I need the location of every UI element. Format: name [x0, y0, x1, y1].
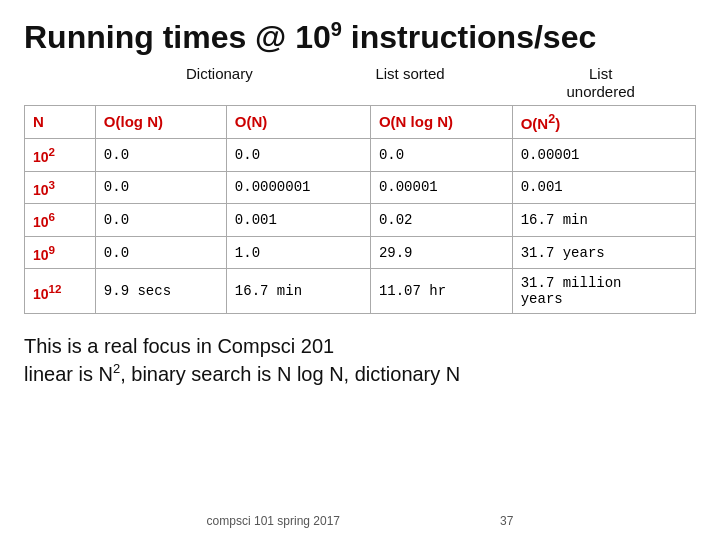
slide-title: Running times @ 109 instructions/sec: [24, 18, 696, 55]
cell-n-4: 109: [25, 236, 96, 269]
th-onlogn: O(N log N): [370, 105, 512, 138]
slide-course-info: compsci 101 spring 2017: [207, 514, 340, 528]
cell-onlogn-1: 0.0: [370, 138, 512, 171]
cell-on2-5: 31.7 millionyears: [512, 269, 695, 314]
cell-onlogn-5: 11.07 hr: [370, 269, 512, 314]
table-row: 103 0.0 0.0000001 0.00001 0.001: [25, 171, 696, 204]
footer-text: This is a real focus in Compsci 201 line…: [24, 332, 696, 388]
th-n: N: [25, 105, 96, 138]
slide-container: Running times @ 109 instructions/sec Dic…: [0, 0, 720, 540]
cell-on-4: 1.0: [226, 236, 370, 269]
th-on2: O(N2): [512, 105, 695, 138]
cell-on-5: 16.7 min: [226, 269, 370, 314]
footer-line2: linear is N2, binary search is N log N, …: [24, 360, 696, 388]
col-header-list-sorted: List sorted: [315, 65, 506, 101]
title-exponent: 9: [331, 18, 342, 40]
cell-onlogn-3: 0.02: [370, 204, 512, 237]
cell-n-3: 106: [25, 204, 96, 237]
cell-on-3: 0.001: [226, 204, 370, 237]
cell-ologn-4: 0.0: [95, 236, 226, 269]
cell-n-2: 103: [25, 171, 96, 204]
cell-on-2: 0.0000001: [226, 171, 370, 204]
cell-ologn-3: 0.0: [95, 204, 226, 237]
th-on: O(N): [226, 105, 370, 138]
col-header-list-unordered: Listunordered: [505, 65, 696, 101]
col-header-row: Dictionary List sorted Listunordered: [124, 65, 696, 101]
table-row: 102 0.0 0.0 0.0 0.00001: [25, 138, 696, 171]
cell-n-5: 1012: [25, 269, 96, 314]
cell-on2-4: 31.7 years: [512, 236, 695, 269]
running-times-table: N O(log N) O(N) O(N log N) O(N2) 102 0.0…: [24, 105, 696, 315]
cell-onlogn-4: 29.9: [370, 236, 512, 269]
cell-on2-2: 0.001: [512, 171, 695, 204]
table-header-row: N O(log N) O(N) O(N log N) O(N2): [25, 105, 696, 138]
cell-on2-3: 16.7 min: [512, 204, 695, 237]
col-header-dictionary: Dictionary: [124, 65, 315, 101]
table-wrapper: N O(log N) O(N) O(N log N) O(N2) 102 0.0…: [24, 105, 696, 315]
table-row: 106 0.0 0.001 0.02 16.7 min: [25, 204, 696, 237]
cell-ologn-5: 9.9 secs: [95, 269, 226, 314]
slide-number: 37: [500, 514, 513, 528]
slide-footer: compsci 101 spring 2017 37: [24, 510, 696, 528]
table-row: 1012 9.9 secs 16.7 min 11.07 hr 31.7 mil…: [25, 269, 696, 314]
cell-on-1: 0.0: [226, 138, 370, 171]
title-text: Running times @ 109 instructions/sec: [24, 19, 596, 55]
footer-line1: This is a real focus in Compsci 201: [24, 332, 696, 360]
cell-n-1: 102: [25, 138, 96, 171]
cell-onlogn-2: 0.00001: [370, 171, 512, 204]
th-ologn: O(log N): [95, 105, 226, 138]
cell-ologn-1: 0.0: [95, 138, 226, 171]
cell-ologn-2: 0.0: [95, 171, 226, 204]
cell-on2-1: 0.00001: [512, 138, 695, 171]
table-row: 109 0.0 1.0 29.9 31.7 years: [25, 236, 696, 269]
